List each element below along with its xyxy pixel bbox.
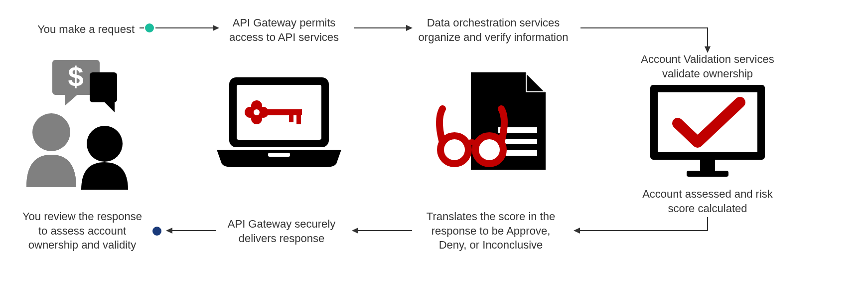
svg-point-1 [145, 23, 154, 32]
step-6-label: Translates the score in the response to … [414, 210, 568, 253]
svg-rect-41 [700, 160, 715, 171]
laptop-key-icon [214, 75, 344, 175]
end-dot-navy [149, 226, 164, 236]
document-glasses-icon [434, 70, 548, 180]
svg-marker-17 [105, 102, 115, 112]
svg-marker-14 [65, 95, 77, 106]
svg-marker-4 [213, 25, 219, 31]
arrow-2 [354, 24, 414, 34]
step-8-label: You review the response to assess accoun… [17, 210, 147, 253]
svg-marker-12 [166, 228, 172, 234]
step-5-label: Account assessed and risk score calculat… [628, 187, 787, 216]
start-dot-teal [140, 23, 154, 33]
step-1-label: You make a request [20, 22, 135, 37]
svg-marker-6 [406, 25, 413, 31]
svg-point-2 [152, 227, 161, 236]
step-4-label: Account Validation services validate own… [628, 52, 787, 81]
svg-point-28 [254, 109, 260, 115]
arrow-5 [351, 227, 414, 237]
svg-rect-42 [687, 171, 728, 177]
step-3-label: Data orchestration services organize and… [409, 16, 578, 44]
svg-marker-10 [352, 228, 358, 234]
svg-text:$: $ [68, 61, 83, 92]
monitor-check-icon [648, 82, 767, 182]
svg-marker-8 [574, 228, 580, 234]
svg-rect-29 [263, 109, 302, 115]
arrow-1 [155, 24, 220, 34]
step-2-label: API Gateway permits access to API servic… [219, 16, 349, 44]
svg-rect-22 [268, 153, 290, 157]
svg-point-18 [32, 113, 70, 151]
arrow-4 [573, 217, 713, 237]
arrow-3 [580, 24, 715, 54]
arrow-6 [165, 227, 218, 237]
people-chat-icon: $ [17, 60, 142, 190]
svg-rect-30 [289, 115, 293, 122]
svg-point-19 [87, 126, 123, 162]
svg-rect-31 [296, 115, 301, 124]
step-7-label: API Gateway securely delivers response [217, 217, 346, 246]
svg-marker-7 [705, 46, 711, 53]
svg-rect-16 [90, 72, 117, 102]
